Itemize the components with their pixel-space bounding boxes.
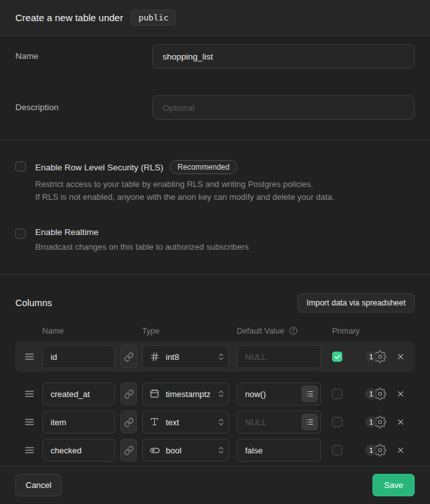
column-type-select[interactable]: text bbox=[142, 411, 229, 434]
chevron-updown-icon bbox=[218, 445, 224, 455]
realtime-description: Broadcast changes on this table to autho… bbox=[35, 241, 249, 254]
default-value-menu-button[interactable] bbox=[301, 386, 318, 402]
primary-checkbox[interactable] bbox=[332, 445, 342, 455]
rls-toggle-group: Enable Row Level Security (RLS) Recommen… bbox=[15, 160, 415, 204]
dialog-footer: Cancel Save bbox=[0, 466, 430, 504]
primary-checkbox[interactable] bbox=[332, 417, 342, 427]
close-icon bbox=[396, 446, 405, 455]
column-header-name: Name bbox=[42, 327, 115, 336]
foreign-key-button[interactable] bbox=[120, 439, 137, 462]
column-settings-button[interactable]: 1 bbox=[365, 387, 386, 400]
column-count-badge: 1 bbox=[365, 388, 377, 400]
foreign-key-button[interactable] bbox=[120, 411, 137, 434]
remove-column-button[interactable] bbox=[395, 352, 406, 362]
realtime-label: Enable Realtime bbox=[35, 227, 99, 237]
check-icon bbox=[334, 354, 341, 361]
recommended-badge: Recommended bbox=[170, 160, 237, 174]
close-icon bbox=[396, 418, 405, 427]
create-table-dialog: Create a new table under public Name Des… bbox=[0, 0, 430, 504]
column-settings-button[interactable]: 1 bbox=[365, 444, 386, 457]
help-icon[interactable] bbox=[289, 326, 298, 336]
column-type-select[interactable]: bool bbox=[142, 439, 229, 462]
cancel-button[interactable]: Cancel bbox=[15, 474, 61, 496]
table-info-section: Name Description bbox=[0, 36, 430, 140]
type-select-value: timestamptz bbox=[166, 389, 212, 399]
list-icon bbox=[305, 418, 314, 427]
primary-checkbox[interactable] bbox=[332, 352, 342, 362]
column-type-select[interactable]: timestamptz bbox=[142, 382, 229, 405]
list-icon bbox=[305, 389, 314, 398]
foreign-key-button[interactable] bbox=[120, 345, 137, 368]
column-count-badge: 1 bbox=[365, 444, 377, 456]
foreign-key-button[interactable] bbox=[120, 382, 137, 405]
schema-badge: public bbox=[131, 10, 176, 26]
column-settings-button[interactable]: 1 bbox=[365, 416, 386, 428]
realtime-checkbox[interactable] bbox=[15, 229, 26, 239]
column-type-select[interactable]: int8 bbox=[142, 345, 229, 368]
columns-section: Columns Import data via spreadsheet Name… bbox=[0, 275, 430, 466]
remove-column-button[interactable] bbox=[395, 389, 406, 399]
chevron-updown-icon bbox=[218, 352, 224, 362]
table-row: text 1 bbox=[15, 409, 415, 435]
remove-column-button[interactable] bbox=[395, 417, 406, 427]
column-header-type: Type bbox=[142, 327, 229, 336]
default-value-menu-button[interactable] bbox=[301, 414, 318, 430]
dialog-header: Create a new table under public bbox=[0, 0, 430, 36]
close-icon bbox=[396, 389, 405, 398]
dialog-title: Create a new table under bbox=[15, 12, 123, 23]
link-icon bbox=[124, 418, 134, 427]
type-icon bbox=[150, 389, 160, 399]
primary-checkbox[interactable] bbox=[332, 389, 342, 399]
name-label: Name bbox=[15, 44, 152, 61]
link-icon bbox=[124, 352, 134, 362]
table-settings-section: Enable Row Level Security (RLS) Recommen… bbox=[0, 140, 430, 275]
table-description-input[interactable] bbox=[152, 95, 415, 120]
columns-rows: int8 1 bbox=[15, 341, 415, 463]
default-value-input[interactable] bbox=[237, 345, 321, 368]
chevron-updown-icon bbox=[218, 417, 224, 427]
rls-description-line1: Restrict access to your table by enablin… bbox=[35, 178, 335, 191]
column-header-primary: Primary bbox=[332, 327, 406, 336]
type-icon bbox=[150, 352, 160, 362]
rls-label: Enable Row Level Security (RLS) bbox=[35, 163, 163, 172]
column-count-badge: 1 bbox=[365, 416, 377, 428]
columns-header-row: Name Type Default Value Primary bbox=[15, 326, 415, 336]
drag-handle[interactable] bbox=[24, 352, 35, 361]
default-value-input[interactable] bbox=[237, 439, 321, 462]
type-select-value: bool bbox=[166, 446, 212, 455]
column-name-input[interactable] bbox=[42, 345, 115, 368]
type-select-value: int8 bbox=[166, 352, 212, 362]
column-name-input[interactable] bbox=[42, 439, 115, 462]
column-name-input[interactable] bbox=[42, 411, 115, 434]
drag-handle[interactable] bbox=[24, 389, 35, 398]
type-icon bbox=[150, 445, 160, 455]
table-row: bool 1 bbox=[15, 437, 415, 463]
save-button[interactable]: Save bbox=[372, 474, 415, 496]
chevron-updown-icon bbox=[218, 389, 224, 399]
columns-title: Columns bbox=[15, 298, 52, 308]
drag-handle[interactable] bbox=[24, 446, 35, 455]
table-name-input[interactable] bbox=[152, 44, 415, 69]
column-name-input[interactable] bbox=[42, 382, 115, 405]
column-settings-button[interactable]: 1 bbox=[365, 350, 386, 363]
table-row: int8 1 bbox=[15, 341, 415, 372]
column-count-badge: 1 bbox=[365, 351, 377, 362]
link-icon bbox=[124, 446, 134, 455]
realtime-toggle-group: Enable Realtime Broadcast changes on thi… bbox=[15, 227, 415, 254]
description-label: Description bbox=[15, 95, 152, 112]
remove-column-button[interactable] bbox=[395, 445, 406, 455]
table-row: timestamptz 1 bbox=[15, 381, 415, 407]
link-icon bbox=[124, 389, 134, 399]
rls-description-line2: If RLS is not enabled, anyone with the a… bbox=[35, 191, 335, 204]
type-select-value: text bbox=[166, 418, 212, 427]
type-icon bbox=[150, 417, 160, 427]
close-icon bbox=[396, 352, 405, 361]
import-data-button[interactable]: Import data via spreadsheet bbox=[298, 293, 415, 313]
column-header-default-value: Default Value bbox=[237, 327, 284, 336]
drag-handle[interactable] bbox=[24, 418, 35, 427]
rls-checkbox[interactable] bbox=[15, 161, 26, 172]
